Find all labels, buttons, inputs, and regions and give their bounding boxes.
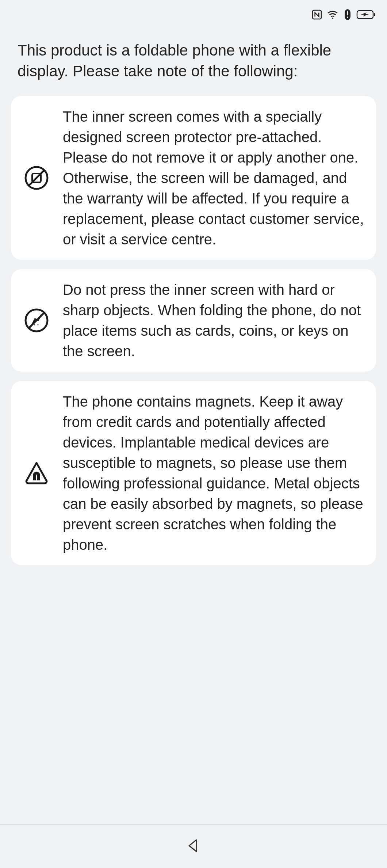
navigation-bar [0, 824, 387, 868]
no-sharp-icon [18, 307, 55, 334]
info-card: Do not press the inner screen with hard … [11, 269, 376, 372]
intro-text: This product is a foldable phone with a … [0, 29, 387, 96]
svg-point-10 [34, 324, 35, 326]
svg-line-12 [29, 313, 44, 328]
svg-rect-2 [347, 11, 348, 15]
svg-line-8 [29, 170, 44, 186]
info-cards: The inner screen comes with a specially … [0, 96, 387, 565]
card-text: The phone contains magnets. Keep it away… [63, 391, 364, 555]
battery-charging-icon [356, 9, 376, 20]
info-card: The inner screen comes with a specially … [11, 96, 376, 260]
card-text: The inner screen comes with a specially … [63, 106, 364, 250]
wifi-icon [326, 8, 339, 21]
svg-point-11 [38, 324, 39, 326]
svg-point-3 [347, 16, 348, 18]
info-card: The phone contains magnets. Keep it away… [11, 381, 376, 565]
svg-rect-5 [374, 13, 375, 16]
magnet-warning-icon [18, 460, 55, 486]
nfc-icon [311, 9, 323, 20]
no-peel-icon [18, 165, 55, 191]
status-bar [0, 0, 387, 29]
card-text: Do not press the inner screen with hard … [63, 279, 364, 361]
svg-point-1 [332, 18, 333, 19]
back-button[interactable] [185, 838, 202, 855]
alert-icon [342, 9, 353, 20]
